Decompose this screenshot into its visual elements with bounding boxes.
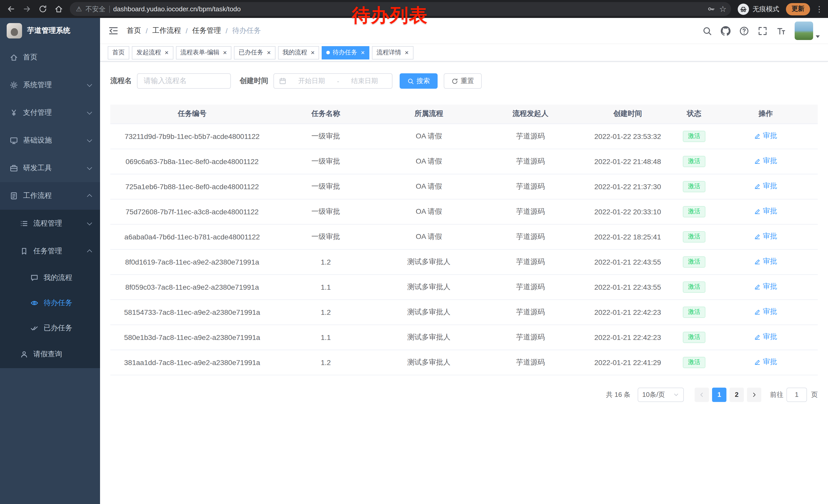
back-icon[interactable] [6,4,15,13]
page-number-1[interactable]: 1 [712,387,727,402]
sidebar-item-infrastructure[interactable]: 基础设施 [0,127,100,154]
sidebar-item-label: 我的流程 [44,273,72,282]
approve-link[interactable]: 审批 [754,358,777,367]
header-actions [702,21,820,40]
approve-link[interactable]: 审批 [754,332,777,342]
process-starter-cell: 芋道源码 [480,325,581,350]
chevron-down-icon [673,392,679,398]
sidebar-item-todo-tasks[interactable]: 待办任务 [0,290,100,315]
tab-done-tasks[interactable]: 已办任务× [234,46,275,59]
approve-link[interactable]: 审批 [754,307,777,317]
sidebar-item-payment-mgmt[interactable]: 支付管理 [0,99,100,127]
tab-label: 待办任务 [333,48,357,57]
close-tab-icon[interactable]: × [267,49,271,56]
approve-link[interactable]: 审批 [754,282,777,291]
github-icon[interactable] [721,26,731,36]
chevron-down-icon [816,35,820,38]
goto-page-input[interactable]: 1 [786,387,807,402]
sidebar-item-done-tasks[interactable]: 已办任务 [0,315,100,340]
process-starter-cell: 芋道源码 [480,199,581,224]
sidebar-item-my-process[interactable]: 我的流程 [0,265,100,290]
status-badge: 激活 [683,331,705,343]
address-divider [109,5,110,12]
fullscreen-icon[interactable] [758,26,768,36]
task-name-cell: 一级审批 [274,124,378,149]
close-tab-icon[interactable]: × [223,49,227,56]
prev-page-button[interactable] [695,387,709,402]
tab-form-edit[interactable]: 流程表单-编辑× [176,46,232,59]
edit-icon [754,158,761,165]
process-starter-cell: 芋道源码 [480,274,581,300]
chevron-up-icon [87,249,92,255]
bookmark-star-icon[interactable]: ☆ [719,5,727,13]
tab-my-process[interactable]: 我的流程× [278,46,319,59]
todo-task-table: 任务编号任务名称所属流程流程发起人创建时间状态操作 73211d9d-7b9b-… [110,104,818,375]
process-name-input[interactable]: 请输入流程名 [137,73,231,89]
collapse-sidebar-icon[interactable] [108,26,119,36]
reset-button[interactable]: 重置 [444,73,482,89]
browser-home-icon[interactable] [54,4,63,13]
tab-label: 流程表单-编辑 [180,48,219,57]
tab-start-process[interactable]: 发起流程× [132,46,173,59]
action-cell: 审批 [714,249,818,274]
close-tab-icon[interactable]: × [311,49,315,56]
font-size-icon[interactable] [776,26,786,36]
column-header: 流程发起人 [480,104,581,124]
approve-link[interactable]: 审批 [754,132,777,141]
sidebar-item-workflow[interactable]: 工作流程 [0,182,100,210]
close-tab-icon[interactable]: × [165,49,169,56]
user-menu[interactable] [795,21,820,40]
help-icon[interactable] [739,26,749,36]
tab-process-detail[interactable]: 流程详情× [372,46,413,59]
create-time-cell: 2022-01-21 22:42:23 [581,325,675,350]
approve-link[interactable]: 审批 [754,156,777,166]
process-starter-cell: 芋道源码 [480,249,581,274]
app-logo[interactable]: 芋道管理系统 [0,18,100,44]
create-time-cell: 2022-01-21 22:43:55 [581,249,675,274]
tab-todo-tasks[interactable]: 待办任务× [322,46,369,59]
search-button-label: 搜索 [417,77,430,86]
sidebar-item-system-mgmt[interactable]: 系统管理 [0,71,100,99]
breadcrumb-item[interactable]: 首页 [127,26,141,35]
status-cell: 激活 [675,174,714,199]
close-tab-icon[interactable]: × [361,49,365,56]
approve-link[interactable]: 审批 [754,257,777,266]
tab-home[interactable]: 首页 [108,46,129,59]
close-tab-icon[interactable]: × [405,49,409,56]
status-cell: 激活 [675,249,714,274]
search-button[interactable]: 搜索 [400,73,438,89]
approve-link[interactable]: 审批 [754,207,777,216]
goto-label: 前往 [770,390,783,399]
sidebar-item-home[interactable]: 首页 [0,44,100,71]
sidebar-item-leave-query[interactable]: 请假查询 [0,340,100,368]
sidebar-item-task-mgmt[interactable]: 任务管理 [0,237,100,265]
create-time-range-picker[interactable]: 开始日期 - 结束日期 [274,73,392,89]
refresh-icon[interactable] [38,4,47,13]
forward-icon[interactable] [22,4,31,13]
process-starter-cell: 芋道源码 [480,300,581,325]
sidebar-item-process-mgmt[interactable]: 流程管理 [0,210,100,237]
task-name-cell: 1.2 [274,249,378,274]
double-check-icon [30,324,38,332]
key-icon[interactable] [707,5,715,13]
bookmark-icon [20,247,28,255]
breadcrumb-item[interactable]: 工作流程 [152,26,181,35]
breadcrumb-item[interactable]: 任务管理 [192,26,221,35]
process-starter-cell: 芋道源码 [480,124,581,149]
create-time-cell: 2022-01-21 22:43:55 [581,274,675,300]
next-page-button[interactable] [747,387,761,402]
page-size-select[interactable]: 10条/页 [638,387,684,402]
update-button[interactable]: 更新 [786,3,810,15]
approve-link[interactable]: 审批 [754,232,777,241]
chevron-down-icon [87,220,92,225]
search-icon[interactable] [702,26,712,36]
tab-label: 我的流程 [283,48,307,57]
approve-link[interactable]: 审批 [754,182,777,191]
status-badge: 激活 [683,181,705,192]
filter-bar: 流程名 请输入流程名 创建时间 开始日期 - 结束日期 搜索 重置 [110,73,818,89]
page-number-2[interactable]: 2 [730,387,744,402]
calendar-icon [279,78,286,85]
browser-menu-icon[interactable]: ⋮ [817,4,822,13]
action-cell: 审批 [714,350,818,375]
sidebar-item-dev-tools[interactable]: 研发工具 [0,154,100,182]
